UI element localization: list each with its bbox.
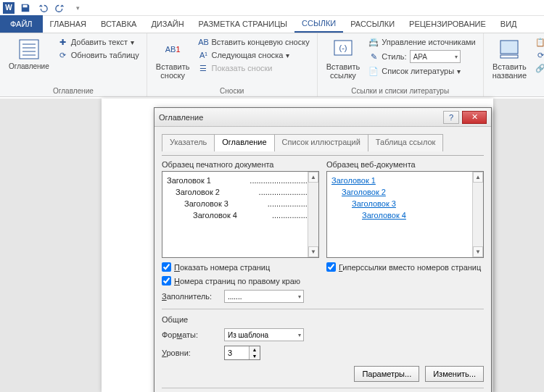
tab-home[interactable]: ГЛАВНАЯ — [43, 15, 94, 33]
formats-label: Форматы: — [162, 330, 220, 339]
web-link[interactable]: Заголовок 2 — [331, 186, 479, 198]
tab-layout[interactable]: РАЗМЕТКА СТРАНИЦЫ — [191, 15, 294, 33]
group-label-footnotes: Сноски — [153, 86, 311, 95]
tab-references[interactable]: ССЫЛКИ — [294, 15, 343, 33]
footnote-label: Вставитьсноску — [156, 62, 190, 80]
toc-label: Оглавление — [9, 62, 49, 70]
svg-rect-8 — [500, 55, 518, 58]
crossref-button[interactable]: 🔗Перекрестная ссылка — [534, 62, 544, 74]
tab-view[interactable]: ВИД — [493, 15, 524, 33]
word-app-icon: W — [3, 2, 15, 14]
right-align-checkbox[interactable] — [162, 276, 171, 285]
show-icon: ☰ — [198, 63, 208, 73]
style-select[interactable]: APA — [410, 50, 461, 63]
tab-mailings[interactable]: РАССЫЛКИ — [343, 15, 402, 33]
insert-caption-button[interactable]: Вставитьназвание — [490, 36, 529, 81]
show-pagenums-label: ППоказать номера страницоказать номера с… — [174, 263, 270, 272]
spin-up-icon[interactable]: ▲ — [249, 346, 260, 353]
levels-spinner[interactable]: 3▲▼ — [224, 346, 260, 360]
preview-scrollbar[interactable]: ▲▼ — [472, 172, 483, 257]
formats-select[interactable]: Из шаблона — [224, 328, 304, 341]
next-icon: A¹ — [198, 50, 208, 60]
show-pagenums-checkbox[interactable] — [162, 262, 171, 272]
svg-text:(-): (-) — [339, 43, 347, 52]
qat-customize-icon[interactable]: ▾ — [71, 1, 84, 14]
tab-index[interactable]: Указатель — [162, 134, 215, 151]
update-toc-button[interactable]: ⟳Обновить таблицу — [57, 49, 141, 61]
close-icon[interactable]: ✕ — [462, 111, 487, 124]
tab-toc[interactable]: Оглавление — [214, 134, 274, 151]
dialog-titlebar[interactable]: Оглавление ? ✕ — [154, 108, 491, 127]
hyperlinks-label: Гиперссылки вместо номеров страниц — [339, 263, 481, 272]
tab-figures[interactable]: Список иллюстраций — [274, 134, 368, 151]
scroll-up-icon[interactable]: ▲ — [308, 172, 318, 183]
tab-authorities[interactable]: Таблица ссылок — [368, 134, 444, 151]
svg-rect-0 — [20, 40, 38, 59]
tab-review[interactable]: РЕЦЕНЗИРОВАНИЕ — [402, 15, 493, 33]
web-link[interactable]: Заголовок 4 — [331, 209, 479, 221]
manage-sources-button[interactable]: 📇Управление источниками — [367, 36, 477, 48]
right-align-label: Номера страниц по правому краю — [174, 277, 300, 285]
web-preview: Заголовок 1 Заголовок 2 Заголовок 3 Заго… — [326, 171, 484, 258]
modify-button[interactable]: Изменить... — [425, 366, 484, 382]
insert-footnote-button[interactable]: AB1 Вставитьсноску — [153, 36, 193, 81]
endnote-icon: AB — [198, 37, 208, 47]
bibliography-button[interactable]: 📄Список литературы ▾ — [367, 65, 477, 77]
file-tab[interactable]: ФАЙЛ — [0, 15, 43, 33]
print-preview-label: Образец печатного документа — [162, 160, 319, 169]
spin-down-icon[interactable]: ▼ — [249, 353, 260, 359]
dialog-tabs: Указатель Оглавление Список иллюстраций … — [162, 134, 484, 151]
hyperlinks-checkbox[interactable] — [326, 262, 336, 272]
add-text-button[interactable]: ✚Добавить текст ▾ — [57, 36, 141, 48]
show-footnotes-button: ☰Показать сноски — [197, 62, 310, 74]
scroll-up-icon[interactable]: ▲ — [473, 172, 483, 183]
undo-icon[interactable] — [36, 1, 49, 14]
redo-icon[interactable] — [54, 1, 67, 14]
leader-select[interactable]: ....... — [224, 290, 304, 303]
svg-rect-7 — [500, 41, 518, 54]
ribbon-group-footnotes: AB1 Вставитьсноску ABВставить концевую с… — [147, 33, 318, 96]
scroll-down-icon[interactable]: ▼ — [473, 246, 483, 257]
print-row: Заголовок 3.................. 5 — [167, 198, 314, 209]
toc-button[interactable]: Оглавление — [6, 36, 52, 72]
help-icon[interactable]: ? — [443, 111, 459, 124]
dialog-title: Оглавление — [159, 113, 443, 122]
biblio-icon: 📄 — [368, 66, 379, 76]
web-link[interactable]: Заголовок 1 — [331, 175, 479, 186]
list-figures-button[interactable]: 📋Список иллюстраций — [534, 36, 544, 48]
tab-design[interactable]: ДИЗАЙН — [144, 15, 191, 33]
insert-endnote-button[interactable]: ABВставить концевую сноску — [197, 36, 310, 48]
toc-icon — [17, 38, 41, 61]
caption-label: Вставитьназвание — [493, 62, 527, 80]
title-bar: W ▾ — [0, 0, 544, 16]
citation-style-row: ✎Стиль: APA — [367, 49, 477, 64]
preview-scrollbar[interactable]: ▲▼ — [308, 172, 318, 257]
ribbon: Оглавление ✚Добавить текст ▾ ⟳Обновить т… — [0, 33, 544, 97]
web-link[interactable]: Заголовок 3 — [331, 198, 479, 209]
group-label-captions: Названия — [490, 86, 544, 95]
citation-icon: (-) — [331, 38, 355, 61]
ribbon-tabs: ФАЙЛ ГЛАВНАЯ ВСТАВКА ДИЗАЙН РАЗМЕТКА СТР… — [0, 16, 544, 33]
print-preview: Заголовок 1.......................... 1 … — [162, 171, 319, 258]
scroll-down-icon[interactable]: ▼ — [308, 246, 318, 257]
tab-insert[interactable]: ВСТАВКА — [94, 15, 144, 33]
update-captions-button: ⟳Обновить таблицу — [534, 49, 544, 61]
print-row: Заголовок 2...................... 3 — [167, 186, 314, 198]
save-icon[interactable] — [19, 1, 32, 14]
print-row: Заголовок 1.......................... 1 — [167, 175, 314, 186]
ribbon-group-citations: (-) Вставитьссылку 📇Управление источника… — [318, 33, 484, 96]
manage-icon: 📇 — [368, 37, 379, 47]
group-label-toc: Оглавление — [6, 86, 141, 95]
list-figures-icon: 📋 — [535, 37, 544, 47]
refresh-icon: ⟳ — [58, 50, 68, 60]
leader-label: Заполнитель: — [162, 292, 220, 301]
options-button[interactable]: Параметры... — [354, 366, 419, 382]
add-text-icon: ✚ — [58, 37, 68, 47]
style-icon: ✎ — [368, 51, 379, 62]
citation-label: Вставитьссылку — [326, 62, 360, 80]
insert-citation-button[interactable]: (-) Вставитьссылку — [323, 36, 363, 81]
print-row: Заголовок 4................ 7 — [167, 209, 314, 221]
next-footnote-button[interactable]: A¹Следующая сноска ▾ — [197, 49, 310, 61]
footnote-icon: AB1 — [161, 38, 184, 61]
caption-icon — [498, 38, 521, 61]
